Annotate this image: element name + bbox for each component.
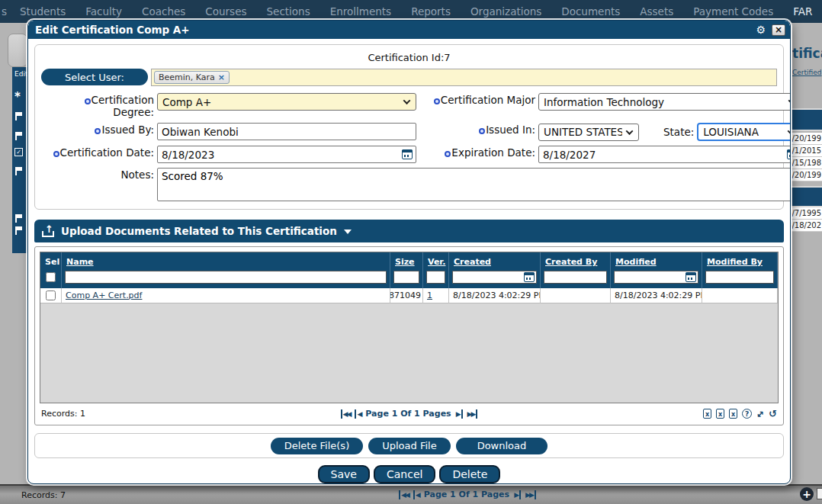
documents-table: Sel Name Size Ver. Created Created By Mo… (40, 252, 778, 303)
export-excel-icon[interactable]: x (703, 409, 711, 419)
background-page-title-fragment: tifica (792, 46, 822, 61)
dialog-actions: Save Cancel Delete (34, 465, 784, 483)
state-select[interactable]: LOUISIANA (697, 123, 791, 141)
close-icon[interactable]: × (772, 24, 785, 36)
document-link[interactable]: Comp A+ Cert.pdf (66, 291, 142, 300)
calendar-icon[interactable] (686, 272, 696, 282)
dialog-title: Edit Certification Comp A+ (35, 24, 756, 36)
column-header-created-by[interactable]: Created By (541, 252, 611, 268)
background-date-cell: 5/15/198 (791, 157, 822, 169)
certification-date-input[interactable] (157, 146, 416, 163)
page-next-icon[interactable]: ▶ (455, 409, 463, 419)
background-status-bar: Records: 7 ◀◀ ◀ Page 1 Of 1 Pages ▶ ▶▶ (0, 484, 822, 504)
page-next-icon[interactable]: ▶ (513, 490, 521, 499)
calendar-icon[interactable] (402, 149, 413, 159)
table-empty-area (40, 303, 778, 403)
nav-tab-assets[interactable]: Assets (630, 5, 683, 18)
page-first-icon[interactable]: ◀◀ (399, 490, 409, 499)
nav-tab-sections[interactable]: Sections (257, 5, 320, 18)
background-header-bar (791, 108, 822, 131)
background-edit-column-label: Edit (14, 70, 27, 78)
background-date-cell: 1/20/199 (791, 169, 822, 181)
version-link[interactable]: 1 (427, 291, 432, 300)
delete-files-button[interactable]: Delete File(s) (271, 438, 364, 454)
gear-icon[interactable]: ⚙ (756, 24, 766, 36)
collapse-triangle-icon (344, 230, 352, 234)
expand-icon[interactable]: ↔ (754, 408, 766, 420)
documents-table-panel: Sel Name Size Ver. Created Created By Mo… (34, 246, 784, 425)
nav-tab-documents[interactable]: Documents (551, 5, 630, 18)
background-table-left-strip: Edit * ✓ (12, 67, 28, 253)
user-chip: Beemin, Kara × (154, 71, 230, 84)
calendar-icon[interactable] (787, 149, 791, 159)
row-checkbox[interactable] (46, 291, 56, 300)
page-previous-icon[interactable]: ◀ (413, 490, 420, 499)
row-select-cell (40, 288, 62, 303)
column-header-modified[interactable]: Modified (611, 252, 702, 268)
upload-documents-section-header[interactable]: Upload Documents Related to This Certifi… (34, 220, 784, 242)
filter-created-by-input[interactable] (544, 271, 607, 284)
download-button[interactable]: Download (456, 438, 548, 454)
chevron-down-icon (403, 97, 411, 104)
nav-tab-payment-codes[interactable]: Payment Codes (683, 5, 783, 18)
flag-icon (14, 111, 23, 123)
background-table-right-strip: tifica Certified 1/20/199 1/1/2015 5/15/… (791, 23, 822, 484)
export-csv-icon[interactable]: x (716, 409, 724, 419)
remove-user-icon[interactable]: × (218, 72, 225, 82)
column-header-modified-by[interactable]: Modified By (702, 252, 778, 268)
background-pagination: ◀◀ ◀ Page 1 Of 1 Pages ▶ ▶▶ (399, 490, 536, 499)
cancel-button[interactable]: Cancel (374, 465, 435, 483)
column-header-name[interactable]: Name (62, 252, 390, 268)
required-field-icon (479, 128, 485, 134)
notes-textarea[interactable]: Scored 87% (157, 168, 791, 201)
nav-tab-courses[interactable]: Courses (195, 5, 256, 18)
dialog-titlebar[interactable]: Edit Certification Comp A+ ⚙ × (28, 21, 790, 39)
page-last-icon[interactable]: ▶▶ (467, 409, 478, 419)
nav-tab-enrollments[interactable]: Enrollments (320, 5, 401, 18)
filter-size-input[interactable] (393, 271, 419, 284)
issued-by-input[interactable] (157, 123, 416, 140)
refresh-icon[interactable]: ↺ (769, 409, 777, 419)
row-size-cell: 871049 (390, 288, 423, 303)
nav-tab-coaches[interactable]: Coaches (132, 5, 195, 18)
background-icon-fragment (817, 488, 822, 499)
select-all-checkbox[interactable] (46, 272, 56, 282)
certification-degree-label: Certification Degree: (41, 93, 154, 118)
column-header-size[interactable]: Size (390, 252, 423, 268)
upload-file-button[interactable]: Upload File (368, 438, 450, 454)
nav-tab-students[interactable]: Students (10, 5, 75, 18)
nav-tab-far[interactable]: FAR (783, 5, 822, 18)
add-record-icon[interactable]: + (800, 487, 814, 501)
file-actions-section: Delete File(s) Upload File Download (34, 433, 784, 458)
nav-tab-faculty[interactable]: Faculty (75, 5, 132, 18)
nav-tab-reports[interactable]: Reports (401, 5, 461, 18)
help-icon[interactable]: ? (742, 409, 752, 419)
certification-major-select[interactable]: Information Technology (538, 93, 791, 111)
page-first-icon[interactable]: ◀◀ (341, 409, 352, 419)
background-date-cell: 1/20/199 (791, 133, 822, 145)
column-header-created[interactable]: Created (449, 252, 541, 268)
state-label: State: (663, 126, 694, 138)
chevron-down-icon (626, 127, 634, 135)
column-header-ver[interactable]: Ver. (423, 252, 449, 268)
page-previous-icon[interactable]: ◀ (355, 409, 361, 419)
certification-degree-select[interactable]: Comp A+ (157, 93, 416, 111)
issued-in-select[interactable]: UNITED STATES (538, 124, 639, 141)
delete-button[interactable]: Delete (439, 465, 500, 483)
expiration-date-input[interactable] (538, 146, 791, 163)
nav-tab-fragment[interactable]: s (0, 5, 10, 18)
export-xml-icon[interactable]: x (729, 409, 737, 419)
selected-user-field[interactable]: Beemin, Kara × (151, 69, 777, 86)
select-user-button[interactable]: Select User: (41, 69, 148, 85)
filter-name-input[interactable] (65, 271, 387, 284)
filter-ver-input[interactable] (426, 271, 445, 284)
filter-modified-by-input[interactable] (705, 271, 774, 284)
calendar-icon[interactable] (524, 272, 535, 282)
page-last-icon[interactable]: ▶▶ (525, 490, 536, 499)
expiration-date-label: Expiration Date: (419, 146, 535, 159)
background-records-count: Records: 7 (21, 490, 66, 500)
save-button[interactable]: Save (318, 465, 370, 483)
issued-by-label: Issued By: (41, 123, 154, 136)
nav-tab-organizations[interactable]: Organizations (461, 5, 551, 18)
background-date-cell: 1/1/2015 (791, 145, 822, 157)
